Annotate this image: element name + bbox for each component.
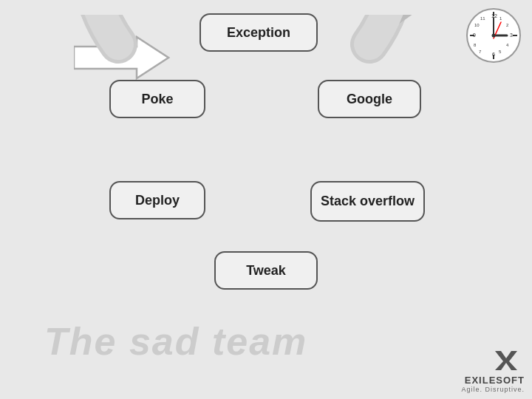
sad-team-watermark: The sad team [44, 319, 307, 364]
logo-icon [488, 349, 525, 375]
logo-main-text: EXILESOFT [465, 375, 525, 386]
google-box: Google [318, 80, 421, 118]
svg-text:3: 3 [510, 33, 513, 38]
svg-text:10: 10 [474, 23, 480, 27]
svg-text:11: 11 [480, 16, 485, 21]
company-logo: EXILESOFT Agile. Disruptive. [461, 349, 525, 393]
svg-text:9: 9 [473, 33, 476, 38]
clock: 12 3 6 9 1 2 4 5 7 8 10 11 [464, 6, 523, 65]
logo-tagline: Agile. Disruptive. [461, 386, 525, 393]
deploy-box: Deploy [109, 181, 205, 219]
exception-box: Exception [200, 13, 318, 52]
poke-box: Poke [109, 80, 205, 118]
svg-text:6: 6 [492, 52, 495, 57]
tweak-box: Tweak [214, 251, 318, 290]
svg-point-22 [492, 34, 496, 38]
svg-marker-23 [495, 351, 517, 370]
stack-overflow-box: Stack overflow [310, 181, 425, 222]
